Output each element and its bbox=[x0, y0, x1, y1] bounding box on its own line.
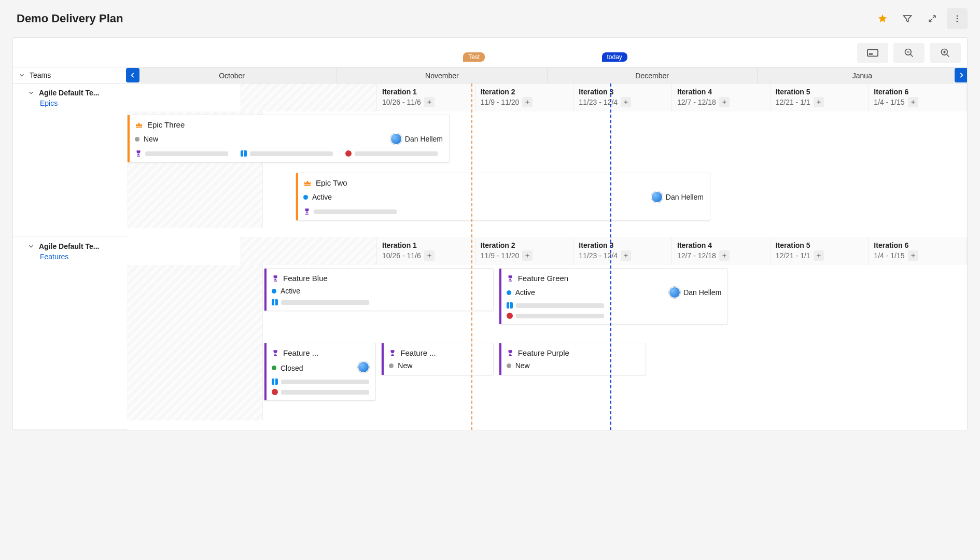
chevron-down-icon[interactable] bbox=[27, 89, 35, 96]
scroll-left-button[interactable] bbox=[126, 68, 139, 82]
feature-type-icon bbox=[389, 349, 396, 357]
iteration-name: Iteration 3 bbox=[579, 241, 666, 249]
rollup bbox=[345, 150, 438, 157]
iteration-range: 11/9 - 11/20 bbox=[481, 98, 520, 106]
iteration-name: Iteration 1 bbox=[382, 88, 470, 96]
rollup bbox=[272, 389, 369, 395]
iteration-name: Iteration 2 bbox=[481, 88, 568, 96]
feature-type-icon bbox=[507, 275, 514, 282]
iteration-header: Iteration 5 12/21 - 1/1 ＋ bbox=[771, 83, 869, 111]
card-title: Epic Two bbox=[316, 178, 347, 187]
iteration-name: Iteration 6 bbox=[874, 88, 961, 96]
svg-point-0 bbox=[957, 15, 958, 17]
epic-card[interactable]: Epic Two ActiveDan Hellem bbox=[296, 173, 710, 221]
card-title: Feature Purple bbox=[518, 348, 569, 357]
add-item-button[interactable]: ＋ bbox=[814, 250, 824, 261]
chevron-down-icon[interactable] bbox=[27, 243, 35, 250]
iteration-header: Iteration 1 10/26 - 11/6 ＋ bbox=[377, 83, 475, 111]
chevron-left-icon bbox=[129, 72, 136, 79]
card-state: Active bbox=[312, 193, 332, 201]
card-state: Active bbox=[281, 287, 300, 295]
marker-test[interactable]: Test bbox=[463, 52, 485, 62]
avatar bbox=[651, 191, 663, 203]
iteration-header: Iteration 4 12/7 - 12/18 ＋ bbox=[672, 83, 771, 111]
add-item-button[interactable]: ＋ bbox=[908, 250, 918, 261]
iteration-range: 1/4 - 1/15 bbox=[874, 251, 904, 260]
iteration-name: Iteration 2 bbox=[481, 241, 568, 249]
teams-label: Teams bbox=[30, 71, 51, 79]
card-state: New bbox=[144, 135, 158, 143]
add-item-button[interactable]: ＋ bbox=[719, 97, 730, 107]
month-header: November bbox=[337, 67, 547, 83]
star-icon bbox=[877, 13, 888, 24]
add-item-button[interactable]: ＋ bbox=[621, 97, 631, 107]
add-item-button[interactable]: ＋ bbox=[424, 97, 435, 107]
add-item-button[interactable]: ＋ bbox=[908, 97, 918, 107]
iteration-header: Iteration 6 1/4 - 1/15 ＋ bbox=[869, 237, 967, 265]
rollup bbox=[272, 379, 369, 385]
iteration-name: Iteration 3 bbox=[579, 88, 666, 96]
add-item-button[interactable]: ＋ bbox=[814, 97, 824, 107]
iteration-name: Iteration 5 bbox=[776, 241, 863, 249]
card-title: Epic Three bbox=[147, 120, 185, 129]
backlog-link[interactable]: Features bbox=[40, 253, 121, 261]
iteration-name: Iteration 5 bbox=[776, 88, 863, 96]
card-assignee: Dan Hellem bbox=[405, 135, 443, 143]
feature-card[interactable]: Feature Green ActiveDan Hellem bbox=[499, 268, 729, 325]
favorite-button[interactable] bbox=[872, 8, 893, 29]
iteration-header: Iteration 1 10/26 - 11/6 ＋ bbox=[377, 237, 475, 265]
iteration-range: 10/26 - 11/6 bbox=[382, 251, 421, 260]
feature-card[interactable]: Feature ... New bbox=[381, 343, 493, 375]
feature-card[interactable]: Feature ... Closed bbox=[264, 343, 376, 401]
add-item-button[interactable]: ＋ bbox=[522, 97, 533, 107]
iteration-range: 11/23 - 12/4 bbox=[579, 98, 618, 106]
card-state: Active bbox=[515, 288, 535, 297]
iteration-name: Iteration 4 bbox=[677, 88, 765, 96]
card-title: Feature ... bbox=[283, 348, 318, 357]
svg-point-2 bbox=[957, 21, 958, 22]
feature-type-icon bbox=[272, 349, 279, 357]
svg-point-1 bbox=[957, 18, 958, 20]
state-dot bbox=[303, 195, 308, 200]
rollup bbox=[303, 208, 397, 215]
filter-button[interactable] bbox=[897, 8, 918, 29]
rollup bbox=[135, 150, 228, 157]
state-dot bbox=[135, 137, 139, 142]
page-title: Demo Delivery Plan bbox=[17, 12, 123, 25]
marker-today[interactable]: today bbox=[602, 52, 627, 62]
epic-card[interactable]: Epic Three NewDan Hellem bbox=[127, 115, 450, 163]
card-assignee: Dan Hellem bbox=[683, 288, 721, 297]
filter-icon bbox=[902, 13, 913, 24]
team-name: Agile Default Te... bbox=[39, 89, 99, 97]
iteration-range: 12/7 - 12/18 bbox=[677, 251, 716, 260]
state-dot bbox=[272, 289, 276, 293]
avatar bbox=[390, 133, 402, 145]
iteration-header: Iteration 2 11/9 - 11/20 ＋ bbox=[475, 237, 574, 265]
add-item-button[interactable]: ＋ bbox=[719, 250, 730, 261]
iteration-range: 10/26 - 11/6 bbox=[382, 98, 421, 106]
card-state: New bbox=[515, 361, 530, 370]
feature-card[interactable]: Feature Blue Active bbox=[264, 268, 494, 311]
card-title: Feature Blue bbox=[283, 274, 328, 283]
scroll-right-button[interactable] bbox=[955, 68, 968, 82]
avatar bbox=[669, 287, 680, 298]
add-item-button[interactable]: ＋ bbox=[424, 250, 435, 261]
card-title: Feature ... bbox=[400, 348, 436, 357]
state-dot bbox=[507, 363, 511, 368]
collapse-button[interactable] bbox=[922, 8, 943, 29]
iteration-range: 11/23 - 12/4 bbox=[579, 251, 618, 260]
chevron-down-icon[interactable] bbox=[18, 72, 25, 79]
iteration-name: Iteration 6 bbox=[874, 241, 961, 249]
iteration-range: 12/21 - 1/1 bbox=[776, 251, 810, 260]
feature-card[interactable]: Feature Purple New bbox=[499, 343, 646, 375]
feature-type-icon bbox=[272, 275, 279, 282]
state-dot bbox=[389, 363, 394, 368]
more-button[interactable] bbox=[947, 8, 968, 29]
add-item-button[interactable]: ＋ bbox=[522, 250, 533, 261]
rollup bbox=[507, 302, 722, 309]
backlog-link[interactable]: Epics bbox=[40, 99, 121, 107]
iteration-header: Iteration 6 1/4 - 1/15 ＋ bbox=[869, 83, 967, 111]
iteration-name: Iteration 4 bbox=[677, 241, 765, 249]
add-item-button[interactable]: ＋ bbox=[621, 250, 631, 261]
avatar bbox=[358, 361, 369, 373]
